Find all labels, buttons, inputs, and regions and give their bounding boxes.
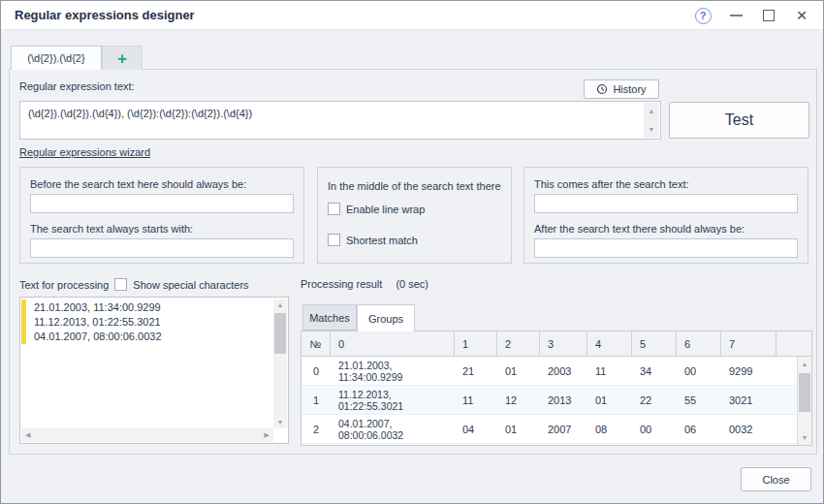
title-bar: Regular expressions designer ? ×	[1, 1, 823, 30]
history-button[interactable]: History	[584, 79, 659, 99]
row-number-cell: 1	[301, 394, 331, 406]
table-header-cell[interactable]: 2	[497, 331, 540, 356]
after-input-1[interactable]	[534, 194, 798, 213]
shortest-match-row: Shortest match	[328, 234, 418, 246]
show-special-characters-label: Show special characters	[133, 279, 248, 291]
table-cell: 9299	[721, 365, 776, 377]
table-header-cell[interactable]: 7	[721, 331, 776, 356]
result-table: №01234567 021.01.2003, 11:34:00.92992101…	[301, 331, 812, 446]
plus-icon: +	[117, 50, 127, 67]
table-cell: 01	[497, 424, 540, 435]
close-button-label: Close	[762, 474, 789, 486]
table-cell: 00	[632, 424, 677, 435]
before-label-1: Before the search text here should alway…	[30, 178, 246, 190]
add-tab-button[interactable]: +	[102, 46, 143, 70]
table-cell: 12	[497, 394, 540, 406]
table-cell: 3021	[721, 394, 776, 406]
table-row[interactable]: 204.01.2007, 08:00:06.003204012007080006…	[301, 415, 797, 444]
text-for-processing-row: Text for processing Show special charact…	[19, 278, 249, 291]
regex-wizard-link[interactable]: Regular expressions wizard	[19, 146, 150, 158]
maximize-icon	[763, 10, 775, 21]
processing-text-area[interactable]: 21.01.2003, 11:34:00.929911.12.2013, 01:…	[19, 297, 289, 444]
regex-scrollbar[interactable]: ▲ ▼	[644, 103, 659, 138]
tab-groups-label: Groups	[368, 313, 403, 325]
after-label-1: This comes after the search text:	[534, 178, 689, 190]
enable-line-wrap-label: Enable line wrap	[346, 204, 425, 215]
tab-matches[interactable]: Matches	[302, 304, 357, 331]
designer-panel: Regular expression text: History (\d{2})…	[9, 69, 817, 455]
shortest-match-checkbox[interactable]	[328, 234, 340, 246]
result-table-header: №01234567	[301, 331, 811, 357]
table-header-cell[interactable]: 4	[587, 331, 632, 356]
maximize-button[interactable]	[757, 1, 780, 30]
table-header-cell[interactable]: 0	[331, 331, 455, 356]
table-cell: 55	[677, 394, 721, 406]
table-cell: 01	[587, 394, 632, 406]
regex-designer-window: Regular expressions designer ? × (\d{2})…	[0, 0, 824, 504]
show-special-characters-checkbox[interactable]	[114, 278, 127, 291]
table-vertical-scrollbar[interactable]: ▲ ▼	[797, 357, 811, 445]
text-vertical-scrollbar[interactable]: ▲ ▼	[273, 299, 287, 428]
help-button[interactable]: ?	[691, 1, 714, 30]
minimize-button[interactable]	[724, 1, 747, 30]
table-header-cell[interactable]: 6	[677, 331, 721, 356]
table-cell: 04.01.2007, 08:00:06.0032	[331, 418, 455, 441]
scroll-down-icon[interactable]: ▼	[798, 434, 811, 441]
table-row[interactable]: 021.01.2003, 11:34:00.929921012003113400…	[301, 357, 797, 386]
regex-input[interactable]: (\d{2}).(\d{2}).(\d{4}), (\d{2}):(\d{2})…	[19, 101, 661, 140]
table-cell: 06	[677, 424, 721, 435]
before-panel: Before the search text here should alway…	[19, 167, 304, 264]
help-icon: ?	[695, 8, 712, 24]
scroll-left-icon[interactable]: ◀	[25, 428, 30, 442]
table-cell: 21	[455, 365, 497, 377]
processing-text-line: 04.01.2007, 08:00:06.0032	[34, 330, 270, 344]
shortest-match-label: Shortest match	[346, 235, 418, 246]
table-cell: 2013	[540, 394, 587, 406]
tab-groups[interactable]: Groups	[357, 304, 415, 331]
scroll-up-icon[interactable]: ▲	[798, 361, 811, 367]
after-input-2[interactable]	[534, 238, 798, 258]
middle-panel: In the middle of the search text there E…	[317, 167, 512, 264]
history-clock-icon	[596, 83, 608, 95]
scrollbar-thumb[interactable]	[799, 373, 810, 412]
processing-text-lines: 21.01.2003, 11:34:00.929911.12.2013, 01:…	[34, 300, 270, 344]
before-input-1[interactable]	[30, 194, 294, 213]
close-window-button[interactable]: ×	[790, 1, 813, 30]
row-number-cell: 2	[301, 424, 331, 435]
processing-text-line: 21.01.2003, 11:34:00.9299	[34, 300, 270, 315]
table-cell: 34	[632, 365, 677, 377]
after-panel: This comes after the search text: After …	[523, 167, 808, 264]
enable-line-wrap-checkbox[interactable]	[328, 203, 340, 215]
text-horizontal-scrollbar[interactable]: ◀ ▶	[21, 428, 273, 442]
table-cell: 11	[587, 365, 632, 377]
test-button[interactable]: Test	[669, 102, 809, 139]
close-button[interactable]: Close	[741, 467, 811, 491]
tab-label: (\d{2}).(\d{2}	[27, 52, 84, 64]
before-input-2[interactable]	[30, 238, 294, 258]
middle-panel-title: In the middle of the search text there	[328, 180, 501, 192]
text-for-processing-label: Text for processing	[19, 279, 109, 291]
table-header-cell[interactable]: 5	[632, 331, 677, 356]
table-cell: 2007	[540, 424, 587, 435]
before-label-2: The search text always starts with:	[30, 223, 193, 235]
scroll-down-icon[interactable]: ▼	[644, 126, 659, 133]
tab-regex-document[interactable]: (\d{2}).(\d{2}	[11, 46, 102, 70]
scroll-down-icon[interactable]: ▼	[273, 419, 287, 425]
result-table-body: 021.01.2003, 11:34:00.929921012003113400…	[301, 357, 797, 445]
table-row[interactable]: 111.12.2013, 01:22:55.302111122013012255…	[301, 386, 797, 415]
enable-line-wrap-row: Enable line wrap	[328, 203, 425, 215]
scroll-up-icon[interactable]: ▲	[273, 301, 287, 308]
table-header-filler	[776, 331, 811, 356]
table-cell: 04	[455, 424, 497, 435]
processing-text-line: 11.12.2013, 01:22:55.3021	[34, 315, 270, 330]
table-header-cell[interactable]: 1	[455, 331, 497, 356]
tab-matches-label: Matches	[309, 312, 350, 324]
scroll-up-icon[interactable]: ▲	[644, 108, 659, 114]
scrollbar-thumb[interactable]	[274, 313, 286, 354]
scroll-right-icon[interactable]: ▶	[265, 428, 269, 442]
table-header-cell[interactable]: №	[301, 331, 331, 356]
minimize-icon	[730, 15, 743, 16]
table-cell: 11.12.2013, 01:22:55.3021	[331, 389, 455, 412]
table-header-cell[interactable]: 3	[540, 331, 587, 356]
table-cell: 08	[587, 424, 632, 435]
